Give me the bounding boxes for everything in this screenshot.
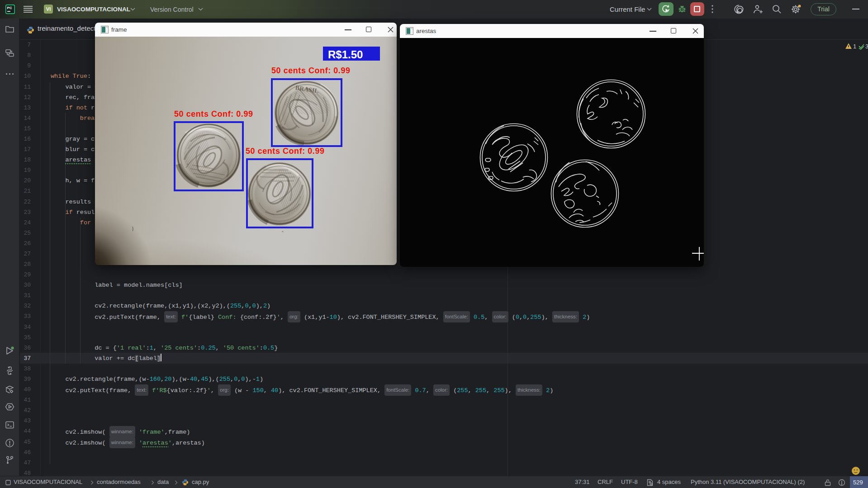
svg-text:3: 3 <box>865 43 868 50</box>
svg-text:1: 1 <box>853 43 856 50</box>
svg-text:PC: PC <box>7 6 12 10</box>
